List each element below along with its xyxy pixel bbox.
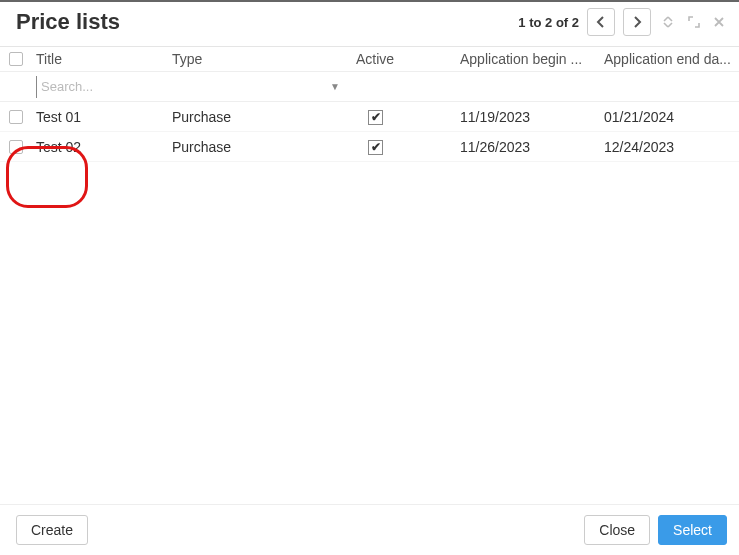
expand-icon[interactable] <box>685 15 703 29</box>
check-icon: ✔ <box>368 140 383 155</box>
collapse-icon[interactable] <box>659 15 677 29</box>
page-title: Price lists <box>16 9 120 35</box>
cell-end: 01/21/2024 <box>604 109 732 125</box>
cell-active: ✔ <box>356 108 460 125</box>
create-button[interactable]: Create <box>16 515 88 545</box>
check-icon: ✔ <box>368 110 383 125</box>
cell-active: ✔ <box>356 138 460 155</box>
chevron-right-icon <box>632 16 642 28</box>
column-header-begin[interactable]: Application begin ... <box>460 51 604 67</box>
table-row[interactable]: Test 02 Purchase ✔ 11/26/2023 12/24/2023 <box>0 132 739 162</box>
cell-title: Test 01 <box>32 109 172 125</box>
table-header-row: Title Type Active Application begin ... … <box>0 47 739 72</box>
cell-type: Purchase <box>172 109 356 125</box>
filter-row: ▼ <box>0 72 739 102</box>
pager: 1 to 2 of 2 <box>518 8 727 36</box>
next-page-button[interactable] <box>623 8 651 36</box>
select-all-checkbox[interactable] <box>9 52 23 66</box>
prev-page-button[interactable] <box>587 8 615 36</box>
title-filter-input[interactable] <box>36 76 172 98</box>
chevron-left-icon <box>596 16 606 28</box>
cell-title: Test 02 <box>32 139 172 155</box>
column-header-type[interactable]: Type <box>172 51 356 67</box>
cell-type: Purchase <box>172 139 356 155</box>
column-header-end[interactable]: Application end da... <box>604 51 732 67</box>
column-header-title[interactable]: Title <box>32 51 172 67</box>
column-header-active[interactable]: Active <box>356 51 460 67</box>
select-button[interactable]: Select <box>658 515 727 545</box>
pager-text: 1 to 2 of 2 <box>518 15 579 30</box>
type-filter-dropdown[interactable]: ▼ <box>172 81 356 92</box>
header-bar: Price lists 1 to 2 of 2 <box>0 2 739 47</box>
close-button[interactable]: Close <box>584 515 650 545</box>
footer-bar: Create Close Select <box>0 504 739 555</box>
table-row[interactable]: Test 01 Purchase ✔ 11/19/2023 01/21/2024 <box>0 102 739 132</box>
close-icon[interactable] <box>711 16 727 28</box>
cell-end: 12/24/2023 <box>604 139 732 155</box>
row-checkbox[interactable] <box>9 110 23 124</box>
cell-begin: 11/26/2023 <box>460 139 604 155</box>
table-area: Title Type Active Application begin ... … <box>0 47 739 504</box>
caret-down-icon: ▼ <box>330 81 340 92</box>
row-checkbox[interactable] <box>9 140 23 154</box>
cell-begin: 11/19/2023 <box>460 109 604 125</box>
